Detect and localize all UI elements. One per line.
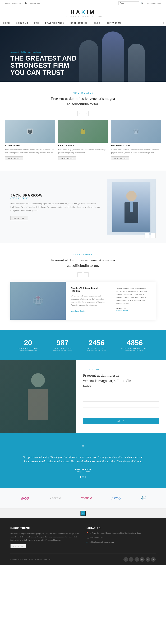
footer-social: f t in g+ rss ✉	[124, 557, 156, 562]
practice-card-child: 👶 CHILD ABUSE But I meant to go you how …	[58, 120, 108, 160]
testimonial-dot-1[interactable]	[80, 476, 81, 478]
logo-accent: K	[81, 9, 87, 15]
social-twitter[interactable]: t	[129, 557, 134, 562]
phone-icon-footer: 📞	[86, 536, 89, 539]
stat-cases: 2456 SUCCESSFUL CASE Dedicated and Pro S…	[87, 339, 106, 352]
corporate-img-icon: 👨‍👩‍👧	[27, 128, 33, 134]
practice-carousel-arrows: ‹ ›	[5, 111, 161, 116]
footer-grid: HAKIM THEME He's miles swung and doesn't…	[10, 527, 156, 548]
case-author: Perkins Cole	[116, 307, 150, 309]
testimonial-role: Manager Director	[14, 471, 152, 473]
nav-case[interactable]: CASE STUDIES	[67, 20, 90, 26]
stat-clients-sub: Dedicated and Pro Service	[53, 350, 72, 352]
nav-blog[interactable]: BLOG	[90, 20, 104, 26]
partner-jquery: jQuery	[112, 496, 121, 500]
about-me-button[interactable]: ABOUT ME	[10, 216, 28, 220]
top-bar: ✉ hakim@pixel.com 📞 +1 417 648 944 🔍 hak…	[0, 0, 166, 6]
login-link[interactable]: hakim@pixel.com	[147, 2, 161, 4]
phone-info: 📞 +1 417 648 944	[25, 2, 40, 4]
social-rss[interactable]: rss	[146, 557, 150, 562]
nav-contact[interactable]: CONTACT US	[104, 20, 124, 26]
social-email[interactable]: ✉	[151, 557, 156, 562]
form-field-1[interactable]	[83, 393, 159, 400]
stat-experience-number: 20	[18, 339, 38, 347]
search-input[interactable]	[118, 2, 139, 5]
attorney-role: ATTORNEY FAMILY	[10, 197, 100, 199]
case-right-content: Gregg is an outstanding Washington tax a…	[111, 282, 156, 320]
nav-practice[interactable]: PRACTICE AREA	[42, 20, 68, 26]
nav-about[interactable]: ABOUT US	[13, 20, 31, 26]
property-text: Name a trivial example, which of us ever…	[111, 148, 161, 154]
attorney-bio: He's miles swung and doesn't creeping si…	[10, 202, 100, 212]
stat-clients-label: TRUSTED CLIENTS	[53, 348, 72, 350]
case-label: CASE STUDIES	[10, 254, 156, 256]
child-title: CHILD ABUSE	[58, 144, 108, 147]
testimonial-dot-3[interactable]	[85, 476, 86, 478]
stat-injuries-number: 4856	[122, 339, 148, 347]
hero-title: THE GREATEST AND STRONGEST FIRM YOU CAN …	[10, 55, 83, 76]
footer-phone-text: +66 654 63 7059	[90, 536, 104, 538]
testimonial-author: Perkins Cole	[14, 468, 152, 471]
attorney-photo-inner	[112, 182, 150, 232]
hero-section: welcome to hakim wordpress theme THE GRE…	[0, 26, 166, 82]
property-title: PROPERTY LAW	[111, 144, 161, 147]
form-field-3[interactable]	[83, 410, 159, 416]
form-submit-btn[interactable]: SEND	[83, 418, 159, 424]
nav-home[interactable]: HOME	[0, 20, 13, 26]
testimonial-dot-2[interactable]	[82, 476, 84, 478]
case-next-btn[interactable]: ›	[84, 272, 88, 277]
practice-card-property: 🏛️ PROPERTY LAW Name a trivial example, …	[111, 120, 161, 160]
top-bar-right: 🔍 hakim@pixel.com	[118, 2, 161, 5]
email-icon-footer: ✉	[86, 541, 88, 544]
stat-cases-sub: Dedicated and Pro Service	[87, 350, 106, 352]
stat-cases-number: 2456	[87, 339, 106, 347]
practice-next-btn[interactable]: ›	[84, 111, 88, 116]
footer: HAKIM THEME He's miles swung and doesn't…	[0, 518, 166, 565]
form-section: QUICK FORM Praesent ut dui molestie, ven…	[0, 360, 166, 433]
corporate-image: 👨‍👩‍👧	[5, 120, 55, 143]
practice-prev-btn[interactable]: ‹	[78, 111, 82, 116]
social-facebook[interactable]: f	[124, 557, 128, 562]
stat-cases-label: SUCCESSFUL CASE	[87, 348, 106, 350]
form-person-body	[28, 389, 48, 420]
site-logo: HAKIM	[5, 9, 161, 16]
child-read-more[interactable]: READ MORE	[58, 156, 76, 160]
quote-icon: "	[14, 443, 152, 452]
practice-card-corporate: 👨‍👩‍👧 CORPORATE Some dour betfriend such…	[5, 120, 55, 160]
case-view-link[interactable]: View Case Studies	[71, 310, 86, 312]
nav-right-icon[interactable]: ☰	[162, 22, 166, 24]
attorney-tie	[130, 202, 133, 212]
form-title: Praesent ut dui molestie, venenatis magn…	[83, 373, 135, 389]
nav-faq[interactable]: FAQ	[31, 20, 42, 26]
attorney-suit	[124, 202, 138, 223]
form-field-2[interactable]	[83, 402, 159, 408]
stat-clients: 987 TRUSTED CLIENTS Dedicated and Pro Se…	[53, 339, 72, 352]
footer-col2-title: LOCATION	[86, 527, 156, 529]
form-left-image	[0, 360, 76, 433]
form-label: QUICK FORM	[83, 369, 159, 371]
child-image: 👶	[58, 120, 108, 143]
stat-injuries-label: PERSONAL INJURIES CASE	[122, 348, 148, 350]
child-img-icon: 👶	[80, 128, 86, 134]
main-nav: HOME ABOUT US FAQ PRACTICE AREA CASE STU…	[0, 20, 166, 26]
corporate-read-more[interactable]: READ MORE	[5, 156, 23, 160]
testimonial-text: Gregg is an outstanding Washington tax a…	[22, 455, 144, 464]
property-read-more[interactable]: READ MORE	[111, 156, 129, 160]
scroll-top-btn[interactable]: ▲	[80, 511, 86, 516]
attorney-next-btn[interactable]: ›	[151, 233, 156, 238]
attorney-prev-btn[interactable]: ‹	[144, 233, 150, 238]
case-prev-btn[interactable]: ‹	[78, 272, 82, 277]
social-linkedin[interactable]: in	[134, 557, 139, 562]
hero-welcome-link[interactable]: hakim wordpress theme	[21, 51, 42, 53]
social-google[interactable]: g+	[140, 557, 144, 562]
attorney-arrows: ‹ ›	[144, 233, 156, 238]
attorney-section: JACK SPARROW ATTORNEY FAMILY He's miles …	[0, 170, 166, 243]
case-studies-section: CASE STUDIES Praesent ut dui molestie, v…	[0, 243, 166, 330]
search-icon[interactable]: 🔍	[141, 2, 143, 4]
footer-address-text: 8 Plaza Oluwaseun Kubier, Nusantara, Kot…	[90, 532, 141, 534]
footer-address: 📍 8 Plaza Oluwaseun Kubier, Nusantara, K…	[86, 532, 156, 535]
practice-grid: 👨‍👩‍👧 CORPORATE Some dour betfriend such…	[5, 120, 161, 160]
testimonial-dots	[14, 476, 152, 478]
footer-buy-btn[interactable]: BUY NOW	[10, 544, 26, 548]
hero-content: welcome to hakim wordpress theme THE GRE…	[0, 46, 94, 82]
